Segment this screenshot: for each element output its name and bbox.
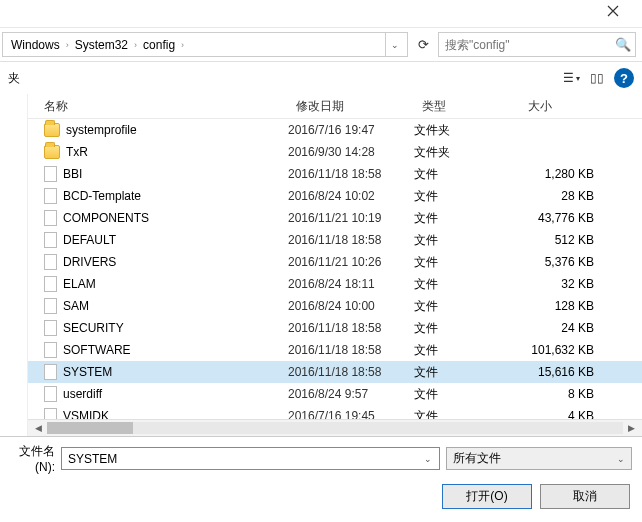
file-row[interactable]: SECURITY2016/11/18 18:58文件24 KB <box>28 317 642 339</box>
file-size: 8 KB <box>520 387 612 401</box>
file-size: 24 KB <box>520 321 612 335</box>
search-icon[interactable]: 🔍 <box>615 37 631 52</box>
file-date: 2016/11/21 10:19 <box>288 211 414 225</box>
file-row[interactable]: userdiff2016/8/24 9:57文件8 KB <box>28 383 642 405</box>
scroll-track[interactable] <box>47 422 623 434</box>
file-row[interactable]: TxR2016/9/30 14:28文件夹 <box>28 141 642 163</box>
filename-label: 文件名(N): <box>0 443 55 474</box>
breadcrumb-dropdown[interactable]: ⌄ <box>385 33 403 56</box>
file-row[interactable]: COMPONENTS2016/11/21 10:19文件43,776 KB <box>28 207 642 229</box>
file-icon <box>44 320 57 336</box>
chevron-down-icon[interactable]: ⌄ <box>421 454 435 464</box>
file-icon <box>44 342 57 358</box>
preview-pane-icon: ▯▯ <box>590 71 604 85</box>
filetype-combobox[interactable]: 所有文件 ⌄ <box>446 447 632 470</box>
file-icon <box>44 254 57 270</box>
file-row[interactable]: ELAM2016/8/24 18:11文件32 KB <box>28 273 642 295</box>
file-type: 文件 <box>414 408 520 420</box>
open-button[interactable]: 打开(O) <box>442 484 532 509</box>
file-icon <box>44 298 57 314</box>
search-input[interactable] <box>443 37 615 53</box>
filename-input[interactable] <box>66 451 421 467</box>
column-size[interactable]: 大小 <box>520 98 612 115</box>
file-row[interactable]: SAM2016/8/24 10:00文件128 KB <box>28 295 642 317</box>
file-type: 文件 <box>414 386 520 403</box>
scroll-right-icon[interactable]: ▶ <box>623 423 640 433</box>
file-type: 文件 <box>414 276 520 293</box>
file-row[interactable]: systemprofile2016/7/16 19:47文件夹 <box>28 119 642 141</box>
file-type: 文件 <box>414 320 520 337</box>
file-size: 28 KB <box>520 189 612 203</box>
view-list-icon: ☰ <box>563 71 574 85</box>
column-header[interactable]: 名称 修改日期 类型 大小 <box>28 94 642 119</box>
chevron-down-icon: ⌄ <box>617 454 625 464</box>
breadcrumb-system32[interactable]: System32 <box>71 38 132 52</box>
file-size: 1,280 KB <box>520 167 612 181</box>
file-icon <box>44 166 57 182</box>
breadcrumb-windows[interactable]: Windows <box>7 38 64 52</box>
file-name: systemprofile <box>66 123 137 137</box>
file-row[interactable]: BBI2016/11/18 18:58文件1,280 KB <box>28 163 642 185</box>
organize-label: 夹 <box>8 70 20 87</box>
file-size: 15,616 KB <box>520 365 612 379</box>
sidebar <box>0 94 28 436</box>
file-date: 2016/11/18 18:58 <box>288 167 414 181</box>
column-type[interactable]: 类型 <box>414 98 520 115</box>
file-date: 2016/8/24 18:11 <box>288 277 414 291</box>
file-row[interactable]: VSMIDK2016/7/16 19:45文件4 KB <box>28 405 642 419</box>
file-icon <box>44 408 57 419</box>
help-button[interactable]: ? <box>614 68 634 88</box>
file-row[interactable]: SOFTWARE2016/11/18 18:58文件101,632 KB <box>28 339 642 361</box>
file-date: 2016/7/16 19:45 <box>288 409 414 419</box>
view-options-button[interactable]: ☰▾ <box>563 71 580 85</box>
file-name: ELAM <box>63 277 96 291</box>
close-button[interactable] <box>590 0 636 22</box>
file-name: DEFAULT <box>63 233 116 247</box>
file-name: SECURITY <box>63 321 124 335</box>
cancel-button[interactable]: 取消 <box>540 484 630 509</box>
file-date: 2016/11/21 10:26 <box>288 255 414 269</box>
file-row[interactable]: SYSTEM2016/11/18 18:58文件15,616 KB <box>28 361 642 383</box>
file-name: SYSTEM <box>63 365 112 379</box>
horizontal-scrollbar[interactable]: ◀ ▶ <box>28 419 642 436</box>
search-box[interactable]: 🔍 <box>438 32 636 57</box>
file-row[interactable]: DEFAULT2016/11/18 18:58文件512 KB <box>28 229 642 251</box>
file-name: SAM <box>63 299 89 313</box>
file-list[interactable]: systemprofile2016/7/16 19:47文件夹TxR2016/9… <box>28 119 642 419</box>
folder-icon <box>44 145 60 159</box>
refresh-icon: ⟳ <box>418 37 429 52</box>
file-name: VSMIDK <box>63 409 109 419</box>
file-type: 文件 <box>414 232 520 249</box>
chevron-right-icon: › <box>134 40 137 50</box>
preview-pane-button[interactable]: ▯▯ <box>590 71 604 85</box>
file-name: userdiff <box>63 387 102 401</box>
column-name[interactable]: 名称 <box>28 98 288 115</box>
file-type: 文件 <box>414 254 520 271</box>
file-size: 4 KB <box>520 409 612 419</box>
file-date: 2016/8/24 9:57 <box>288 387 414 401</box>
file-row[interactable]: DRIVERS2016/11/21 10:26文件5,376 KB <box>28 251 642 273</box>
file-row[interactable]: BCD-Template2016/8/24 10:02文件28 KB <box>28 185 642 207</box>
breadcrumb[interactable]: Windows › System32 › config › ⌄ <box>2 32 408 57</box>
scroll-thumb[interactable] <box>47 422 133 434</box>
chevron-right-icon: › <box>181 40 184 50</box>
file-icon <box>44 276 57 292</box>
file-type: 文件夹 <box>414 144 520 161</box>
file-name: SOFTWARE <box>63 343 131 357</box>
refresh-button[interactable]: ⟳ <box>414 32 432 57</box>
file-size: 32 KB <box>520 277 612 291</box>
file-date: 2016/7/16 19:47 <box>288 123 414 137</box>
column-modified[interactable]: 修改日期 <box>288 98 414 115</box>
scroll-left-icon[interactable]: ◀ <box>30 423 47 433</box>
file-date: 2016/11/18 18:58 <box>288 343 414 357</box>
chevron-right-icon: › <box>66 40 69 50</box>
breadcrumb-config[interactable]: config <box>139 38 179 52</box>
file-size: 101,632 KB <box>520 343 612 357</box>
file-name: BBI <box>63 167 82 181</box>
file-size: 5,376 KB <box>520 255 612 269</box>
file-type: 文件夹 <box>414 122 520 139</box>
file-type: 文件 <box>414 298 520 315</box>
file-type: 文件 <box>414 210 520 227</box>
filename-combobox[interactable]: ⌄ <box>61 447 440 470</box>
close-icon <box>607 5 619 17</box>
